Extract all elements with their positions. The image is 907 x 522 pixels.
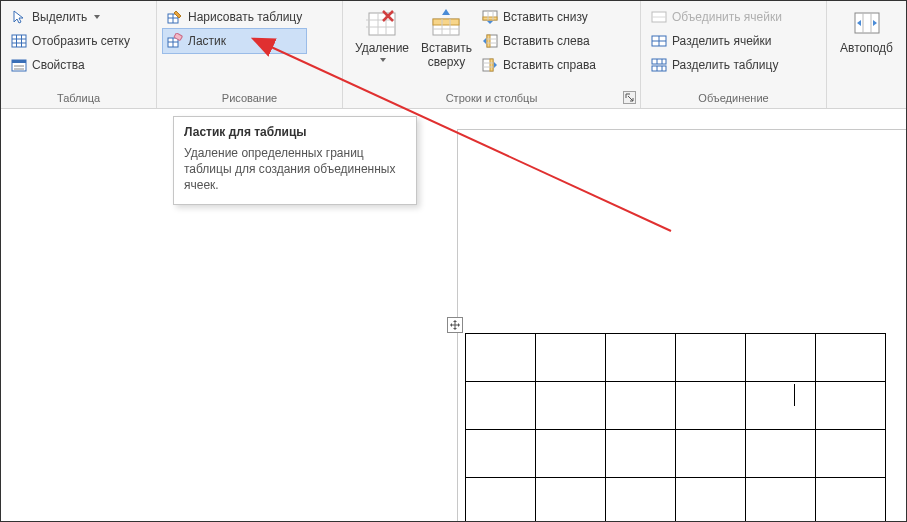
- select-label: Выделить: [32, 10, 87, 24]
- table-row[interactable]: [466, 334, 886, 382]
- table-row[interactable]: [466, 478, 886, 523]
- document-area: [1, 109, 906, 521]
- insert-left-button[interactable]: Вставить слева: [478, 29, 600, 53]
- insert-above-button[interactable]: Вставить сверху: [415, 5, 478, 79]
- delete-label: Удаление: [355, 41, 409, 55]
- group-rows-cols: Удаление Вставить сверху Вставить снизу: [343, 1, 641, 108]
- svg-rect-0: [12, 35, 26, 47]
- eraser-icon: [167, 33, 183, 49]
- insert-right-label: Вставить справа: [503, 58, 596, 72]
- svg-rect-16: [369, 13, 395, 35]
- insert-left-label: Вставить слева: [503, 34, 590, 48]
- svg-rect-44: [652, 66, 666, 71]
- autofit-button[interactable]: Автоподб: [834, 5, 899, 79]
- insert-above-label2: сверху: [428, 55, 465, 69]
- group-table: Выделить Отобразить сетку Свойства Таб: [1, 1, 157, 108]
- pencil-table-icon: [167, 9, 183, 25]
- group-draw: Нарисовать таблицу Ластик Рисование: [157, 1, 343, 108]
- autofit-label: Автоподб: [840, 41, 893, 55]
- split-cells-icon: [651, 33, 667, 49]
- grid-icon: [11, 33, 27, 49]
- insert-above-icon: [430, 7, 462, 39]
- table-row[interactable]: [466, 382, 886, 430]
- view-gridlines-button[interactable]: Отобразить сетку: [7, 29, 134, 53]
- autofit-icon: [851, 7, 883, 39]
- tooltip-body: Удаление определенных границ таблицы для…: [184, 145, 406, 194]
- svg-rect-43: [652, 59, 666, 64]
- delete-button[interactable]: Удаление: [349, 5, 415, 79]
- table-row[interactable]: [466, 430, 886, 478]
- draw-table-label: Нарисовать таблицу: [188, 10, 302, 24]
- rowscols-launcher[interactable]: [623, 91, 636, 104]
- group-draw-label: Рисование: [163, 89, 336, 108]
- cursor-icon: [11, 9, 27, 25]
- svg-rect-27: [483, 17, 497, 20]
- gridlines-label: Отобразить сетку: [32, 34, 130, 48]
- ribbon: Выделить Отобразить сетку Свойства Таб: [1, 1, 906, 109]
- split-table-button[interactable]: Разделить таблицу: [647, 53, 786, 77]
- text-cursor: [794, 384, 795, 406]
- split-cells-button[interactable]: Разделить ячейки: [647, 29, 786, 53]
- tooltip-title: Ластик для таблицы: [184, 125, 406, 139]
- group-autofit-label: [833, 89, 900, 108]
- merge-cells-button[interactable]: Объединить ячейки: [647, 5, 786, 29]
- draw-table-button[interactable]: Нарисовать таблицу: [163, 5, 306, 29]
- chevron-down-icon: [380, 58, 386, 62]
- svg-rect-35: [490, 59, 493, 71]
- insert-below-icon: [482, 9, 498, 25]
- chevron-down-icon: [94, 15, 100, 19]
- table-move-handle[interactable]: [447, 317, 463, 333]
- properties-label: Свойства: [32, 58, 85, 72]
- group-merge: Объединить ячейки Разделить ячейки Разде…: [641, 1, 827, 108]
- insert-left-icon: [482, 33, 498, 49]
- eraser-button[interactable]: Ластик: [163, 29, 306, 53]
- eraser-label: Ластик: [188, 34, 226, 48]
- split-cells-label: Разделить ячейки: [672, 34, 772, 48]
- group-merge-label: Объединение: [647, 89, 820, 108]
- group-autofit: Автоподб: [827, 1, 906, 108]
- merge-icon: [651, 9, 667, 25]
- insert-below-label: Вставить снизу: [503, 10, 588, 24]
- group-rowscols-label: Строки и столбцы: [349, 89, 634, 108]
- merge-cells-label: Объединить ячейки: [672, 10, 782, 24]
- split-table-label: Разделить таблицу: [672, 58, 778, 72]
- delete-icon: [366, 7, 398, 39]
- group-table-label: Таблица: [7, 89, 150, 108]
- insert-above-label1: Вставить: [421, 41, 472, 55]
- insert-below-button[interactable]: Вставить снизу: [478, 5, 600, 29]
- svg-rect-22: [433, 19, 459, 25]
- select-button[interactable]: Выделить: [7, 5, 134, 29]
- properties-button[interactable]: Свойства: [7, 53, 134, 77]
- properties-icon: [11, 57, 27, 73]
- document-table[interactable]: [465, 333, 886, 522]
- tooltip: Ластик для таблицы Удаление определенных…: [173, 116, 417, 205]
- svg-rect-31: [487, 35, 490, 47]
- svg-rect-6: [12, 60, 26, 63]
- split-table-icon: [651, 57, 667, 73]
- insert-right-icon: [482, 57, 498, 73]
- insert-right-button[interactable]: Вставить справа: [478, 53, 600, 77]
